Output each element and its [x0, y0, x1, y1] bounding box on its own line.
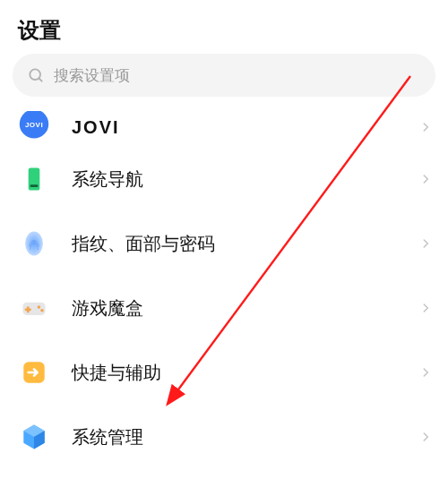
fingerprint-icon [16, 226, 52, 261]
settings-item-system-navigation[interactable]: 系统导航 [0, 147, 448, 211]
settings-item-label: 快捷与辅助 [72, 361, 419, 385]
chevron-right-icon [419, 121, 432, 133]
settings-item-jovi[interactable]: JOVI JOVI [0, 107, 448, 147]
chevron-right-icon [419, 366, 432, 379]
settings-item-label: 游戏魔盒 [72, 296, 419, 321]
jovi-icon: JOVI [16, 115, 52, 140]
search-placeholder: 搜索设置项 [54, 65, 130, 86]
settings-item-system-management[interactable]: 系统管理 [0, 405, 448, 469]
settings-item-label: 系统导航 [72, 167, 419, 192]
settings-item-fingerprint-face-password[interactable]: 指纹、面部与密码 [0, 211, 448, 276]
shortcut-icon [16, 355, 52, 390]
svg-line-1 [39, 79, 42, 81]
chevron-right-icon [419, 173, 432, 185]
settings-item-label: JOVI [72, 117, 419, 138]
chevron-right-icon [419, 302, 432, 314]
chevron-right-icon [419, 431, 432, 443]
navigation-icon [16, 161, 52, 197]
svg-point-11 [40, 309, 44, 312]
svg-point-10 [38, 305, 41, 309]
gamepad-icon [16, 290, 52, 326]
settings-item-shortcuts-accessibility[interactable]: 快捷与辅助 [0, 340, 448, 405]
system-management-icon [16, 419, 52, 455]
page-title: 设置 [0, 0, 448, 54]
settings-item-label: 系统管理 [72, 425, 419, 449]
settings-item-label: 指纹、面部与密码 [72, 232, 419, 256]
search-input[interactable]: 搜索设置项 [13, 54, 435, 97]
svg-text:JOVI: JOVI [25, 121, 43, 129]
chevron-right-icon [419, 237, 432, 250]
search-icon [27, 66, 45, 84]
svg-rect-9 [25, 308, 31, 311]
svg-rect-5 [30, 184, 39, 187]
settings-list: JOVI JOVI 系统导航 [0, 107, 448, 469]
settings-item-game-box[interactable]: 游戏魔盒 [0, 276, 448, 340]
svg-point-6 [25, 232, 43, 256]
